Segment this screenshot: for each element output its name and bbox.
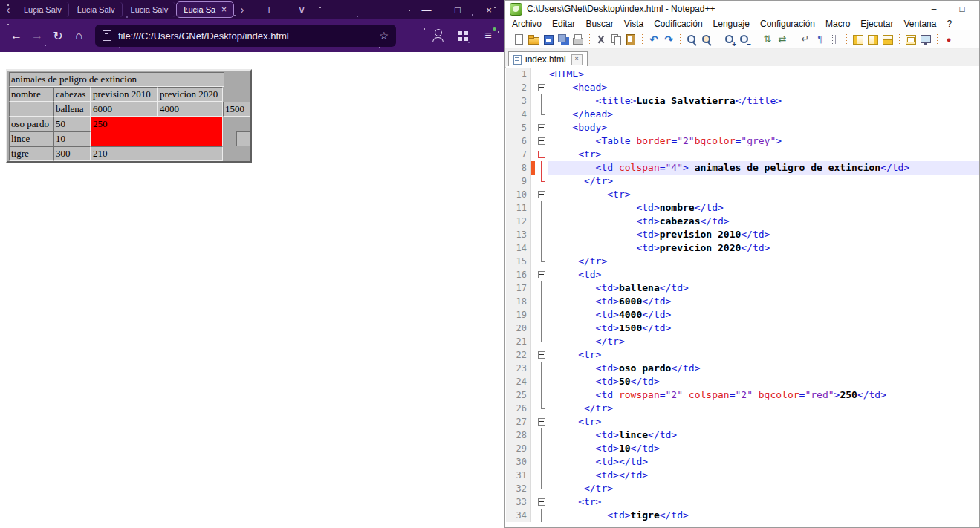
browser-tab-1[interactable]: Lucia Salv [17, 2, 69, 17]
npp-editor[interactable]: 1<HTML>2 <head>3 <title>Lucia Salvatierr… [506, 66, 979, 527]
code-line-1[interactable]: 1<HTML> [506, 68, 979, 81]
menu-item-editar[interactable]: Editar [547, 19, 580, 29]
address-bar[interactable]: file:///C:/Users/GNet/Desktop/index.html… [95, 25, 396, 47]
tab-close-icon[interactable]: × [571, 54, 583, 65]
find-icon[interactable] [685, 33, 698, 46]
code-line-26[interactable]: 26 </tr> [506, 402, 979, 415]
menu-item-codificacin[interactable]: Codificación [649, 19, 707, 29]
new-tab-button[interactable]: + [261, 4, 277, 16]
menu-item-ejecutar[interactable]: Ejecutar [855, 19, 898, 29]
tab-scroll-right-icon[interactable]: › [234, 4, 250, 16]
save-all-icon[interactable] [556, 33, 570, 46]
code-line-33[interactable]: 33 <tr> [506, 495, 979, 509]
home-icon[interactable]: ⌂ [68, 25, 89, 46]
code-line-17[interactable]: 17 <td>ballena</td> [506, 281, 979, 295]
code-line-32[interactable]: 32 </tr> [506, 482, 979, 495]
folder-as-workspace-icon[interactable] [904, 33, 918, 46]
code-line-27[interactable]: 27 <tr> [506, 415, 979, 428]
code-line-28[interactable]: 28 <td>lince</td> [506, 428, 979, 442]
document-map-icon[interactable] [866, 33, 880, 46]
browser-minimize-button[interactable]: — [411, 4, 442, 16]
code-line-15[interactable]: 15 </tr> [506, 255, 979, 268]
back-icon[interactable]: ← [6, 25, 27, 46]
code-line-6[interactable]: 6 <Table border="2"bgcolor="grey"> [506, 134, 979, 148]
code-line-12[interactable]: 12 <td>cabezas</td> [506, 215, 979, 228]
npp-minimize-button[interactable]: – [923, 1, 945, 17]
menu-item-archivo[interactable]: Archivo [507, 19, 547, 29]
menu-item-configuracin[interactable]: Configuración [755, 19, 820, 29]
fold-toggle-icon[interactable] [535, 148, 548, 161]
zoom-in-icon[interactable] [723, 33, 736, 46]
save-icon[interactable] [542, 33, 555, 46]
reload-icon[interactable]: ↻ [48, 25, 68, 46]
open-file-icon[interactable] [527, 33, 540, 46]
code-line-10[interactable]: 10 <tr> [506, 188, 979, 201]
menu-item-lenguaje[interactable]: Lenguaje [708, 19, 755, 29]
menu-item-vista[interactable]: Vista [619, 19, 649, 29]
tab-list-dropdown-icon[interactable]: ∨ [293, 4, 310, 16]
code-line-29[interactable]: 29 <td>10</td> [506, 442, 979, 455]
code-line-23[interactable]: 23 <td>oso pardo</td> [506, 362, 979, 375]
word-wrap-icon[interactable]: ↵ [799, 33, 812, 46]
fold-toggle-icon[interactable] [535, 268, 548, 281]
code-line-16[interactable]: 16 <td> [506, 268, 979, 281]
code-line-3[interactable]: 3 <title>Lucia Salvatierra</title> [506, 94, 979, 108]
code-line-34[interactable]: 34 <td>tigre</td> [506, 509, 979, 522]
tab-close-icon[interactable]: × [221, 4, 227, 15]
account-icon[interactable] [427, 25, 448, 46]
code-line-31[interactable]: 31 <td></td> [506, 469, 979, 482]
npp-maximize-button[interactable]: □ [951, 1, 973, 17]
menu-icon[interactable]: ≡ [478, 25, 499, 46]
undo-icon[interactable]: ↶ [647, 33, 661, 46]
code-line-30[interactable]: 30 <td></td> [506, 455, 979, 469]
code-line-7[interactable]: 7 <tr> [506, 148, 979, 161]
function-list-icon[interactable] [851, 33, 865, 46]
fold-toggle-icon[interactable] [535, 495, 548, 509]
fold-toggle-icon[interactable] [535, 348, 548, 362]
code-line-18[interactable]: 18 <td>6000</td> [506, 295, 979, 308]
paste-icon[interactable] [624, 33, 637, 46]
browser-tab-2[interactable]: Lucia Salv [71, 2, 123, 17]
browser-tab-3[interactable]: Lucia Salv [124, 2, 176, 17]
fold-toggle-icon[interactable] [535, 81, 548, 94]
browser-maximize-button[interactable]: □ [442, 4, 473, 16]
replace-icon[interactable] [700, 33, 713, 46]
indent-guide-icon[interactable] [828, 33, 842, 46]
file-monitoring-icon[interactable] [919, 33, 932, 46]
new-file-icon[interactable] [512, 33, 525, 46]
code-line-25[interactable]: 25 <td rowspan="2" colspan="2" bgcolor="… [506, 388, 979, 402]
cut-icon[interactable] [594, 33, 608, 46]
code-line-20[interactable]: 20 <td>1500</td> [506, 322, 979, 335]
url-text[interactable]: file:///C:/Users/GNet/Desktop/index.html [118, 30, 289, 42]
browser-tab-4[interactable]: Lucia Sa× [177, 2, 233, 17]
document-tab[interactable]: index.html × [508, 51, 588, 67]
code-line-14[interactable]: 14 <td>previcion 2020</td> [506, 241, 979, 255]
menu-item-macro[interactable]: Macro [820, 19, 855, 29]
fold-toggle-icon[interactable] [535, 188, 548, 201]
code-line-11[interactable]: 11 <td>nombre</td> [506, 201, 979, 215]
sync-horizontal-icon[interactable]: ⇄ [776, 33, 789, 46]
copy-icon[interactable] [609, 33, 623, 46]
bookmark-star-icon[interactable]: ☆ [379, 30, 389, 42]
extensions-icon[interactable] [452, 25, 473, 46]
code-line-21[interactable]: 21 </tr> [506, 335, 979, 348]
menu-item-help[interactable]: ? [941, 19, 957, 29]
record-macro-icon[interactable]: ● [942, 33, 955, 46]
show-all-characters-icon[interactable]: ¶ [814, 33, 827, 46]
code-line-8[interactable]: 8 <td colspan="4"> animales de peligro d… [506, 161, 979, 175]
code-line-13[interactable]: 13 <td>prevision 2010</td> [506, 228, 979, 241]
code-line-4[interactable]: 4 </head> [506, 108, 979, 121]
code-line-2[interactable]: 2 <head> [506, 81, 979, 94]
forward-icon[interactable]: → [27, 25, 48, 46]
code-line-9[interactable]: 9 </tr> [506, 175, 979, 188]
fold-toggle-icon[interactable] [535, 121, 548, 134]
fold-toggle-icon[interactable] [535, 134, 548, 148]
menu-item-buscar[interactable]: Buscar [580, 19, 618, 29]
tab-scroll-left-icon[interactable]: ‹ [0, 4, 16, 16]
code-line-19[interactable]: 19 <td>4000</td> [506, 308, 979, 322]
fold-toggle-icon[interactable] [535, 415, 548, 428]
sync-vertical-icon[interactable]: ⇅ [761, 33, 774, 46]
code-line-24[interactable]: 24 <td>50</td> [506, 375, 979, 388]
code-line-5[interactable]: 5 <body> [506, 121, 979, 134]
zoom-out-icon[interactable] [738, 33, 751, 46]
